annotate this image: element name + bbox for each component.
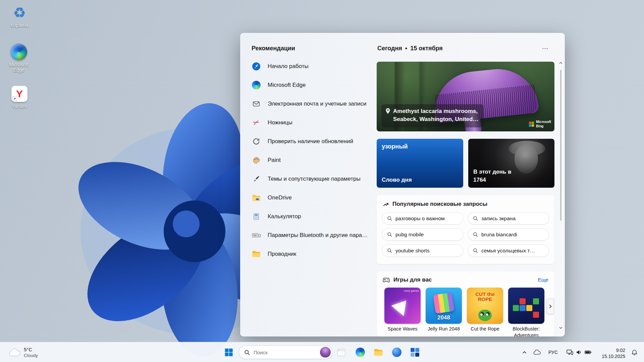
recommendation-microsoft-edge[interactable]: Microsoft Edge: [246, 76, 372, 95]
trending-searches-card: Популярные поисковые запросы разговоры о…: [377, 195, 554, 264]
today-header: Сегодня • 15 октября: [377, 45, 443, 52]
caption-line-1: Amethyst laccaria mushrooms,: [393, 108, 478, 114]
grid-app-icon: [411, 348, 419, 357]
yandex-desktop-icon[interactable]: Y ↗ Yandex: [4, 86, 35, 109]
recommendation-email-accounts[interactable]: Электронная почта и учетные записи: [246, 95, 372, 113]
calculator-icon: [252, 212, 261, 221]
mail-icon: [252, 99, 261, 109]
trending-chip[interactable]: разговоры о важном: [382, 212, 463, 225]
location-pin-icon: [386, 107, 390, 124]
trending-chip[interactable]: pubg mobile: [382, 228, 463, 241]
today-more-button[interactable]: …: [540, 42, 551, 51]
search-icon: [387, 248, 392, 253]
recommendation-label: Paint: [268, 157, 281, 164]
recommendation-label: Начало работы: [268, 63, 309, 70]
tray-show-hidden-icons[interactable]: [519, 347, 529, 358]
folder-icon: [374, 348, 383, 356]
yandex-logo-icon: Y ↗: [11, 86, 28, 102]
scroll-down-arrow[interactable]: [559, 326, 563, 330]
tray-onedrive-icon[interactable]: [531, 347, 543, 358]
chevron-right-icon: [549, 304, 552, 308]
scroll-up-arrow[interactable]: [559, 61, 563, 65]
bing-daily-image-card[interactable]: Amethyst laccaria mushrooms, Seabeck, Wa…: [377, 62, 554, 131]
recommendation-check-updates[interactable]: Проверить наличие обновлений: [246, 132, 372, 151]
recommendation-bluetooth-settings[interactable]: Параметры Bluetooth и другие пара…: [246, 226, 372, 245]
taskbar-file-explorer-icon[interactable]: [371, 345, 386, 360]
today-date: 15 октября: [410, 45, 443, 52]
caption-line-2: Seabeck, Washington, United…: [393, 116, 478, 122]
chevron-up-icon: [522, 351, 527, 354]
getting-started-icon: [252, 62, 261, 71]
game-tile-jelly-run-2048[interactable]: 2048 Jelly Run 2048: [426, 288, 462, 337]
recommendation-file-explorer[interactable]: Проводник: [246, 245, 372, 263]
search-icon: [473, 248, 478, 253]
taskbar-grid-app-icon[interactable]: [408, 345, 422, 360]
trending-chip[interactable]: семья усольцевых т…: [468, 244, 549, 257]
cloud-icon: [8, 348, 21, 356]
bing-daily-thumbnail[interactable]: [320, 347, 331, 358]
recommendation-label: Проверить наличие обновлений: [268, 138, 353, 145]
recommendation-label: OneDrive: [268, 194, 292, 201]
recommendation-label: Темы и сопутствующие параметры: [268, 176, 361, 182]
recommendation-themes[interactable]: Темы и сопутствующие параметры: [246, 170, 372, 188]
recommendation-onedrive[interactable]: OneDrive: [246, 188, 372, 207]
search-icon: [387, 216, 392, 221]
panel-scrollbar[interactable]: [558, 61, 563, 330]
window-icon: [337, 348, 346, 357]
onedrive-icon: [252, 193, 261, 202]
network-icon: [567, 350, 573, 355]
taskbar-edge-icon[interactable]: [353, 345, 368, 360]
game-tile-space-waves[interactable]: crazy games Space Waves: [384, 288, 421, 337]
game-tile-blockbuster[interactable]: BlockBuster: Adventures: [508, 288, 544, 337]
windows-logo-icon: [224, 348, 233, 357]
search-icon: [244, 350, 250, 355]
recommendation-calculator[interactable]: Калькулятор: [246, 207, 372, 226]
recommendation-paint[interactable]: Paint: [246, 151, 372, 170]
search-icon: [473, 216, 478, 221]
recommendation-label: Калькулятор: [268, 213, 301, 220]
games-next-arrow-button[interactable]: [547, 299, 554, 314]
update-icon: [252, 137, 261, 146]
tray-date: 15.10.2025: [599, 353, 625, 359]
taskbar-app-window-icon[interactable]: [334, 345, 348, 360]
trending-chip[interactable]: bruna biancardi: [468, 228, 549, 241]
taskbar-browser-icon[interactable]: [389, 345, 404, 360]
recommendation-getting-started[interactable]: Начало работы: [246, 57, 372, 76]
games-more-link[interactable]: Еще: [538, 277, 548, 283]
folder-icon: [252, 249, 261, 259]
clock[interactable]: 9:02 15.10.2025: [598, 347, 627, 360]
word-of-day-card[interactable]: узорный Слово дня: [377, 139, 463, 188]
trending-chip[interactable]: запись экрана: [468, 212, 549, 225]
recycle-bin-label: Корзина: [10, 22, 28, 28]
recommendation-snipping-tool[interactable]: ✂ Ножницы: [246, 113, 372, 132]
shortcut-arrow-icon: ↗: [12, 96, 17, 101]
trending-icon: [383, 201, 389, 207]
quick-settings[interactable]: [564, 347, 594, 358]
scrollbar-thumb[interactable]: [560, 70, 561, 221]
windows-desktop: { "desktop": { "icons": [ { "label": "Ко…: [0, 0, 644, 362]
game-tile-cut-the-rope[interactable]: CUT the ROPE Cut the Rope: [467, 288, 503, 337]
on-this-day-line-1: В этот день в: [473, 169, 511, 175]
edge-desktop-icon[interactable]: Microsoft Edge: [3, 44, 34, 73]
recommendations-title: Рекомендации: [252, 45, 295, 52]
notifications-button[interactable]: [629, 347, 640, 358]
language-indicator[interactable]: РУС: [545, 347, 561, 358]
today-column: Сегодня • 15 октября … Amethyst laccaria…: [377, 33, 554, 337]
brush-icon: [252, 174, 261, 184]
weather-widget[interactable]: 5°C Cloudy: [4, 345, 42, 360]
trending-chip[interactable]: youtube shorts: [382, 244, 463, 257]
devices-icon: [252, 231, 261, 240]
start-button[interactable]: [221, 345, 236, 360]
taskbar-search-box[interactable]: [239, 346, 333, 359]
search-input[interactable]: [254, 350, 316, 355]
taskbar: 5°C Cloudy РУС 9:02 15.10.2025: [0, 342, 644, 362]
gamepad-icon: [383, 278, 390, 283]
game-artwork: CUT the ROPE: [467, 288, 503, 324]
today-title: Сегодня: [377, 45, 402, 52]
word-of-day-label: Слово дня: [382, 177, 412, 183]
recycle-bin-icon[interactable]: ♻ Корзина: [4, 5, 35, 28]
search-home-panel: Рекомендации Начало работы Microsoft Edg…: [240, 33, 565, 337]
battery-icon: [585, 350, 591, 354]
on-this-day-card[interactable]: В этот день в 1764: [468, 139, 554, 188]
recommendation-label: Параметры Bluetooth и другие пара…: [268, 232, 368, 239]
